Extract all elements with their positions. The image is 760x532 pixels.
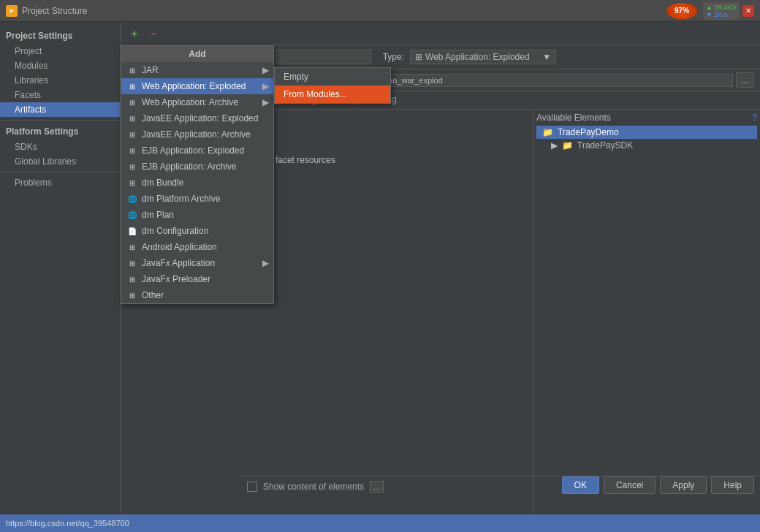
dm-plan-icon: 🌐	[127, 210, 137, 220]
add-menu: Add ⊞ JAR ▶ ⊞ Web Application: Exploded …	[121, 45, 274, 304]
menu-item-android-application[interactable]: ⊞ Android Application	[121, 239, 273, 255]
javaee-archive-icon: ⊞	[127, 129, 137, 140]
help-button[interactable]: Help	[711, 476, 754, 494]
menu-item-other[interactable]: ⊞ Other	[121, 287, 273, 303]
sidebar-item-modules[interactable]: Modules	[0, 58, 120, 73]
sidebar-item-project[interactable]: Project	[0, 44, 120, 58]
sidebar-item-problems[interactable]: Problems	[0, 175, 120, 190]
net-indicator: ▲ 29.4K/s ▼ 1K/s	[703, 2, 740, 20]
javaee-exploded-icon: ⊞	[127, 113, 137, 123]
net-down: ▼ 1K/s	[706, 11, 727, 18]
menu-item-jar[interactable]: ⊞ JAR ▶	[121, 62, 273, 78]
webapp-archive-icon: ⊞	[127, 97, 137, 107]
dropdown-arrow-icon: ▼	[542, 52, 551, 62]
menu-item-dm-platform-archive[interactable]: 🌐 dm Platform Archive	[121, 191, 273, 207]
menu-item-webapp-archive[interactable]: ⊞ Web Application: Archive ▶	[121, 94, 273, 110]
menu-item-ejb-archive[interactable]: ⊞ EJB Application: Archive	[121, 159, 273, 175]
type-icon: ⊞	[415, 52, 422, 62]
sidebar-item-libraries[interactable]: Libraries	[0, 73, 120, 88]
sidebar-item-artifacts[interactable]: Artifacts	[0, 102, 120, 117]
sidebar-divider	[0, 120, 120, 121]
dm-bundle-icon: ⊞	[127, 178, 137, 188]
ok-button[interactable]: OK	[562, 476, 599, 494]
type-label: Type:	[383, 52, 404, 62]
add-menu-header: Add	[121, 46, 273, 62]
menu-item-webapp-exploded[interactable]: ⊞ Web Application: Exploded ▶	[121, 78, 273, 94]
javafx-application-icon: ⊞	[127, 258, 137, 268]
submenu-item-from-modules[interactable]: From Modules...	[275, 86, 390, 103]
javafx-application-arrow-icon: ▶	[262, 258, 269, 268]
tradepay-icon: 📁	[542, 127, 553, 137]
status-bar: https://blog.csdn.net/qq_39548700	[0, 514, 760, 532]
available-title: Available Elements	[536, 113, 611, 123]
dm-platform-archive-icon: 🌐	[127, 194, 137, 204]
menu-item-dm-configuration[interactable]: 📄 dm Configuration	[121, 223, 273, 239]
sidebar-divider-2	[0, 172, 120, 172]
type-value: Web Application: Exploded	[425, 52, 530, 62]
android-icon: ⊞	[127, 242, 137, 252]
tradepaysdk-icon: 📁	[562, 140, 573, 151]
cancel-button[interactable]: Cancel	[604, 476, 656, 494]
menu-item-javaee-exploded[interactable]: ⊞ JavaEE Application: Exploded	[121, 110, 273, 126]
jar-arrow-icon: ▶	[262, 65, 269, 75]
show-content-checkbox[interactable]	[247, 482, 257, 492]
cpu-indicator: 97%	[666, 3, 697, 19]
menu-item-dm-plan[interactable]: 🌐 dm Plan	[121, 207, 273, 223]
window-title: Project Structure	[22, 6, 87, 16]
more-button[interactable]: ...	[370, 481, 384, 493]
svg-text:P: P	[10, 8, 14, 15]
dm-configuration-icon: 📄	[127, 226, 137, 236]
project-settings-header: Project Settings	[0, 28, 120, 44]
ejb-archive-icon: ⊞	[127, 162, 137, 172]
title-bar: P Project Structure 97% ▲ 29.4K/s ▼ 1K/s…	[0, 0, 760, 22]
menu-item-ejb-exploded[interactable]: ⊞ EJB Application: Exploded	[121, 142, 273, 159]
content-toolbar: + −	[121, 22, 760, 45]
status-url: https://blog.csdn.net/qq_39548700	[6, 519, 129, 528]
sidebar-item-sdks[interactable]: SDKs	[0, 140, 120, 154]
available-item-tradepay[interactable]: 📁 TradePayDemo	[536, 126, 757, 139]
sidebar: Project Settings Project Modules Librari…	[0, 22, 121, 514]
available-elements-panel: Available Elements ? 📁 TradePayDemo ▶ 📁 …	[533, 110, 760, 514]
webapp-exploded-arrow-icon: ▶	[262, 81, 269, 91]
close-button[interactable]: ✕	[742, 5, 754, 17]
expand-arrow-icon: ▶	[551, 140, 558, 151]
webapp-exploded-icon: ⊞	[127, 81, 137, 91]
submenu-item-empty[interactable]: Empty	[275, 68, 390, 86]
webapp-archive-arrow-icon: ▶	[262, 97, 269, 107]
javafx-preloader-icon: ⊞	[127, 274, 137, 284]
path-browse-button[interactable]: ...	[736, 72, 754, 88]
submenu-webapp-exploded: Empty From Modules...	[274, 67, 391, 104]
dialog-buttons: OK Cancel Apply Help	[562, 476, 754, 494]
available-help-icon[interactable]: ?	[752, 113, 757, 123]
menu-item-javaee-archive[interactable]: ⊞ JavaEE Application: Archive	[121, 126, 273, 142]
menu-item-javafx-application[interactable]: ⊞ JavaFx Application ▶	[121, 255, 273, 271]
show-content-label: Show content of elements	[263, 482, 364, 492]
title-bar-controls: 97% ▲ 29.4K/s ▼ 1K/s ✕	[666, 2, 754, 20]
menu-item-dm-bundle[interactable]: ⊞ dm Bundle	[121, 175, 273, 191]
remove-artifact-button[interactable]: −	[145, 26, 162, 42]
sidebar-item-facets[interactable]: Facets	[0, 88, 120, 102]
net-up: ▲ 29.4K/s	[706, 4, 737, 11]
app-icon: P	[6, 5, 18, 17]
ejb-exploded-icon: ⊞	[127, 145, 137, 156]
jar-icon: ⊞	[127, 65, 137, 75]
apply-button[interactable]: Apply	[660, 476, 707, 494]
menu-item-javafx-preloader[interactable]: ⊞ JavaFx Preloader	[121, 271, 273, 287]
add-artifact-button[interactable]: +	[126, 26, 142, 42]
available-header: Available Elements ?	[536, 113, 757, 123]
platform-settings-header: Platform Settings	[0, 123, 120, 140]
available-item-tradepaysdk[interactable]: ▶ 📁 TradePaySDK	[536, 139, 757, 152]
type-dropdown[interactable]: ⊞ Web Application: Exploded ▼	[410, 50, 556, 64]
sidebar-item-global-libraries[interactable]: Global Libraries	[0, 154, 120, 169]
other-icon: ⊞	[127, 290, 137, 300]
